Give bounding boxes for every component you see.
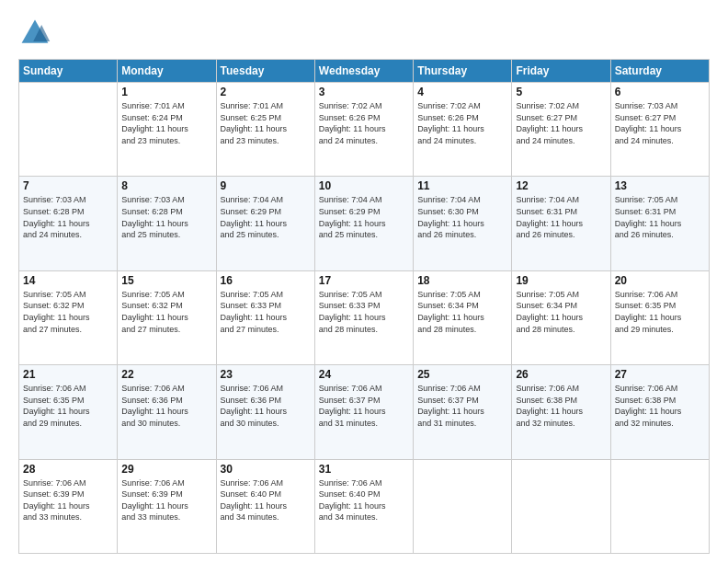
day-info: Sunrise: 7:06 AM Sunset: 6:38 PM Dayligh… [516,383,606,429]
day-number: 1 [121,86,211,98]
day-number: 7 [23,179,113,192]
day-cell: 19Sunrise: 7:05 AM Sunset: 6:34 PM Dayli… [512,270,610,364]
day-info: Sunrise: 7:05 AM Sunset: 6:34 PM Dayligh… [516,289,606,335]
day-number: 15 [121,274,211,287]
day-cell: 11Sunrise: 7:04 AM Sunset: 6:30 PM Dayli… [414,177,512,270]
day-info: Sunrise: 7:05 AM Sunset: 6:32 PM Dayligh… [23,289,113,335]
day-number: 10 [319,179,409,192]
day-number: 28 [23,463,113,476]
day-info: Sunrise: 7:06 AM Sunset: 6:40 PM Dayligh… [319,477,409,523]
day-number: 23 [221,368,311,381]
calendar-header: SundayMondayTuesdayWednesdayThursdayFrid… [19,60,710,83]
column-header-monday: Monday [118,60,216,83]
header [18,17,710,50]
day-number: 6 [615,86,705,98]
day-info: Sunrise: 7:05 AM Sunset: 6:33 PM Dayligh… [221,289,311,335]
day-cell: 6Sunrise: 7:03 AM Sunset: 6:27 PM Daylig… [610,83,709,177]
day-number: 22 [121,368,211,381]
day-info: Sunrise: 7:03 AM Sunset: 6:28 PM Dayligh… [23,194,113,240]
day-cell: 10Sunrise: 7:04 AM Sunset: 6:29 PM Dayli… [314,177,413,270]
day-info: Sunrise: 7:04 AM Sunset: 6:29 PM Dayligh… [221,194,311,240]
week-row-1: 1Sunrise: 7:01 AM Sunset: 6:24 PM Daylig… [19,83,710,177]
day-number: 21 [23,368,113,381]
day-number: 12 [516,179,606,192]
day-info: Sunrise: 7:02 AM Sunset: 6:27 PM Dayligh… [516,100,606,146]
column-header-sunday: Sunday [19,60,118,83]
day-number: 26 [516,368,606,381]
day-cell: 21Sunrise: 7:06 AM Sunset: 6:35 PM Dayli… [19,365,118,459]
day-info: Sunrise: 7:03 AM Sunset: 6:28 PM Dayligh… [121,194,211,240]
week-row-5: 28Sunrise: 7:06 AM Sunset: 6:39 PM Dayli… [19,459,710,553]
column-header-saturday: Saturday [610,60,709,83]
day-cell: 15Sunrise: 7:05 AM Sunset: 6:32 PM Dayli… [118,270,216,364]
day-info: Sunrise: 7:04 AM Sunset: 6:30 PM Dayligh… [417,194,507,240]
day-cell: 18Sunrise: 7:05 AM Sunset: 6:34 PM Dayli… [414,270,512,364]
day-info: Sunrise: 7:06 AM Sunset: 6:39 PM Dayligh… [23,477,113,523]
week-row-4: 21Sunrise: 7:06 AM Sunset: 6:35 PM Dayli… [19,365,710,459]
day-number: 2 [221,86,311,98]
day-info: Sunrise: 7:06 AM Sunset: 6:35 PM Dayligh… [23,383,113,429]
day-cell: 9Sunrise: 7:04 AM Sunset: 6:29 PM Daylig… [216,177,314,270]
day-cell: 3Sunrise: 7:02 AM Sunset: 6:26 PM Daylig… [314,83,413,177]
day-cell: 24Sunrise: 7:06 AM Sunset: 6:37 PM Dayli… [314,365,413,459]
day-cell: 29Sunrise: 7:06 AM Sunset: 6:39 PM Dayli… [118,459,216,553]
day-number: 31 [319,463,409,476]
day-cell: 26Sunrise: 7:06 AM Sunset: 6:38 PM Dayli… [512,365,610,459]
logo [18,17,55,50]
day-info: Sunrise: 7:06 AM Sunset: 6:35 PM Dayligh… [615,289,705,335]
day-number: 29 [121,463,211,476]
day-cell: 27Sunrise: 7:06 AM Sunset: 6:38 PM Dayli… [610,365,709,459]
column-header-thursday: Thursday [414,60,512,83]
day-info: Sunrise: 7:06 AM Sunset: 6:39 PM Dayligh… [121,477,211,523]
day-number: 18 [417,274,507,287]
day-number: 25 [417,368,507,381]
day-cell [414,459,512,553]
day-cell [610,459,709,553]
day-cell: 20Sunrise: 7:06 AM Sunset: 6:35 PM Dayli… [610,270,709,364]
day-number: 4 [417,86,507,98]
day-info: Sunrise: 7:06 AM Sunset: 6:36 PM Dayligh… [121,383,211,429]
column-header-tuesday: Tuesday [216,60,314,83]
day-info: Sunrise: 7:06 AM Sunset: 6:37 PM Dayligh… [319,383,409,429]
day-cell: 7Sunrise: 7:03 AM Sunset: 6:28 PM Daylig… [19,177,118,270]
day-info: Sunrise: 7:02 AM Sunset: 6:26 PM Dayligh… [417,100,507,146]
column-header-friday: Friday [512,60,610,83]
day-number: 27 [615,368,705,381]
day-cell: 25Sunrise: 7:06 AM Sunset: 6:37 PM Dayli… [414,365,512,459]
column-header-wednesday: Wednesday [314,60,413,83]
day-cell: 5Sunrise: 7:02 AM Sunset: 6:27 PM Daylig… [512,83,610,177]
page: SundayMondayTuesdayWednesdayThursdayFrid… [0,0,728,563]
day-number: 13 [615,179,705,192]
day-cell: 17Sunrise: 7:05 AM Sunset: 6:33 PM Dayli… [314,270,413,364]
day-info: Sunrise: 7:06 AM Sunset: 6:40 PM Dayligh… [221,477,311,523]
day-number: 8 [121,179,211,192]
day-cell: 14Sunrise: 7:05 AM Sunset: 6:32 PM Dayli… [19,270,118,364]
header-row: SundayMondayTuesdayWednesdayThursdayFrid… [19,60,710,83]
day-info: Sunrise: 7:04 AM Sunset: 6:29 PM Dayligh… [319,194,409,240]
day-cell: 2Sunrise: 7:01 AM Sunset: 6:25 PM Daylig… [216,83,314,177]
day-number: 20 [615,274,705,287]
day-number: 19 [516,274,606,287]
calendar-table: SundayMondayTuesdayWednesdayThursdayFrid… [18,59,710,554]
day-info: Sunrise: 7:06 AM Sunset: 6:36 PM Dayligh… [221,383,311,429]
day-info: Sunrise: 7:04 AM Sunset: 6:31 PM Dayligh… [516,194,606,240]
day-cell [19,83,118,177]
logo-icon [18,17,51,50]
day-number: 11 [417,179,507,192]
day-info: Sunrise: 7:05 AM Sunset: 6:34 PM Dayligh… [417,289,507,335]
day-cell: 28Sunrise: 7:06 AM Sunset: 6:39 PM Dayli… [19,459,118,553]
day-info: Sunrise: 7:05 AM Sunset: 6:32 PM Dayligh… [121,289,211,335]
day-info: Sunrise: 7:01 AM Sunset: 6:25 PM Dayligh… [221,100,311,146]
day-cell: 16Sunrise: 7:05 AM Sunset: 6:33 PM Dayli… [216,270,314,364]
day-number: 3 [319,86,409,98]
day-number: 9 [221,179,311,192]
day-cell: 8Sunrise: 7:03 AM Sunset: 6:28 PM Daylig… [118,177,216,270]
day-info: Sunrise: 7:05 AM Sunset: 6:33 PM Dayligh… [319,289,409,335]
day-cell: 12Sunrise: 7:04 AM Sunset: 6:31 PM Dayli… [512,177,610,270]
day-cell: 22Sunrise: 7:06 AM Sunset: 6:36 PM Dayli… [118,365,216,459]
day-number: 17 [319,274,409,287]
day-info: Sunrise: 7:06 AM Sunset: 6:37 PM Dayligh… [417,383,507,429]
day-number: 24 [319,368,409,381]
day-info: Sunrise: 7:03 AM Sunset: 6:27 PM Dayligh… [615,100,705,146]
day-cell: 23Sunrise: 7:06 AM Sunset: 6:36 PM Dayli… [216,365,314,459]
